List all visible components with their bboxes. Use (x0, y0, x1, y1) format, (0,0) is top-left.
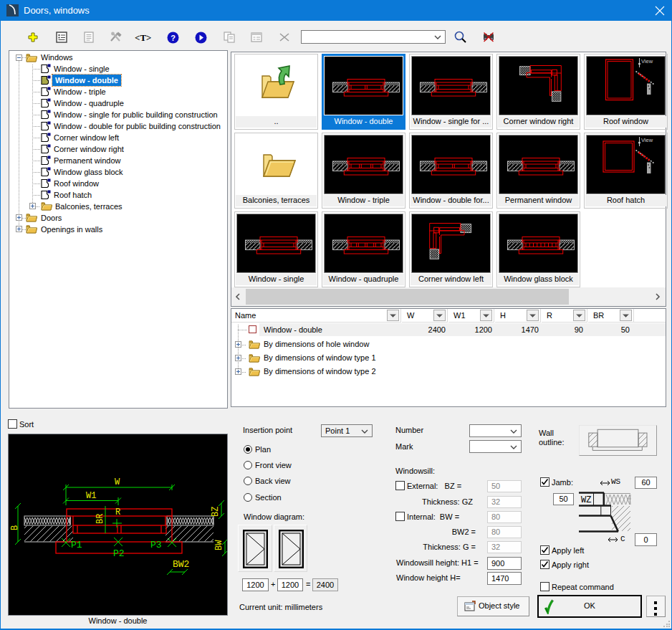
svg-text:P1: P1 (71, 540, 82, 550)
svg-text:BW2: BW2 (173, 559, 189, 570)
svg-text:BR: BR (95, 514, 105, 524)
svg-text:P3: P3 (150, 540, 162, 550)
svg-text:B: B (10, 525, 20, 530)
svg-text:BW: BW (214, 540, 224, 550)
svg-text:P2: P2 (113, 548, 125, 559)
svg-text:View: View (641, 137, 653, 143)
svg-text:W: W (115, 477, 120, 487)
svg-text:?: ? (171, 34, 176, 42)
svg-text:WZ: WZ (581, 495, 591, 505)
svg-text:BZ: BZ (211, 507, 221, 517)
svg-text:W1: W1 (86, 491, 96, 501)
svg-text:R: R (115, 507, 120, 517)
svg-text:View: View (641, 58, 653, 65)
